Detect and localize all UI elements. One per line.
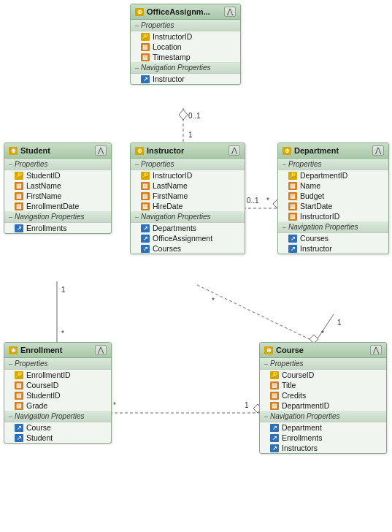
field-icon: ▤: [288, 192, 297, 200]
field-icon: ▤: [270, 402, 279, 410]
entity-course-collapse[interactable]: ⋀: [370, 345, 382, 355]
nav-icon: ↗: [141, 245, 150, 253]
entity-enrollment-icon: ⊕: [9, 346, 18, 354]
key-icon: 🔑: [270, 371, 279, 379]
svg-text:1: 1: [61, 286, 66, 294]
nav-icon: ↗: [141, 224, 150, 232]
nav-icon: ↗: [288, 235, 297, 243]
prop-row: ▤ Timestamp: [131, 52, 240, 62]
entity-officeassignment-collapse[interactable]: ⋀: [224, 7, 236, 17]
entity-course: ⊕ Course ⋀ – Properties 🔑 CourseID ▤ Tit…: [259, 342, 387, 454]
entity-officeassignment-title: OfficeAssignm...: [147, 7, 210, 16]
entity-officeassignment: ⊕ OfficeAssignm... ⋀ – Properties 🔑 Inst…: [130, 4, 241, 85]
svg-text:1: 1: [188, 131, 193, 139]
field-icon: ▤: [15, 192, 23, 200]
entity-course-nav-header: – Navigation Properties: [260, 411, 386, 422]
entity-enrollment-nav-header: – Navigation Properties: [4, 411, 111, 422]
field-icon: ▤: [15, 202, 23, 210]
entity-instructor-collapse[interactable]: ⋀: [228, 145, 240, 156]
entity-instructor: ⊕ Instructor ⋀ – Properties 🔑 Instructor…: [130, 142, 245, 254]
nav-row: ↗ Instructor: [278, 243, 388, 254]
nav-row: ↗ Enrollments: [4, 223, 111, 233]
entity-department: ⊕ Department ⋀ – Properties 🔑 Department…: [277, 142, 389, 254]
prop-row: ▤ FirstName: [4, 191, 111, 201]
entity-student-title: Student: [20, 146, 50, 155]
nav-icon: ↗: [270, 424, 279, 432]
entity-officeassignment-icon: ⊕: [135, 8, 144, 16]
entity-department-props-header: – Properties: [278, 159, 388, 170]
field-icon: ▤: [288, 213, 297, 221]
entity-course-icon: ⊕: [264, 346, 273, 354]
key-icon: 🔑: [141, 172, 150, 180]
entity-enrollment-props-header: – Properties: [4, 358, 111, 370]
nav-row: ↗ Instructors: [260, 443, 386, 453]
svg-text:1: 1: [337, 319, 342, 327]
prop-row: 🔑 DepartmentID: [278, 170, 388, 180]
svg-text:*: *: [266, 197, 269, 205]
entity-enrollment-header: ⊕ Enrollment ⋀: [4, 343, 111, 358]
nav-row: ↗ Departments: [131, 223, 245, 233]
prop-row: ▤ Grade: [4, 400, 111, 411]
prop-name: Timestamp: [153, 53, 191, 61]
entity-officeassignment-nav-header: – Navigation Properties: [131, 62, 240, 74]
field-icon: ▤: [15, 392, 23, 400]
entity-enrollment-collapse[interactable]: ⋀: [95, 345, 107, 355]
field-icon: ▤: [15, 381, 23, 390]
field-icon: ▤: [141, 182, 150, 190]
entity-student-collapse[interactable]: ⋀: [95, 145, 107, 156]
prop-row: ▤ Name: [278, 180, 388, 191]
entity-student-icon: ⊕: [9, 147, 18, 155]
field-icon: ▤: [141, 53, 150, 61]
prop-row: ▤ EnrollmentDate: [4, 201, 111, 211]
nav-row: ↗ Enrollments: [260, 433, 386, 443]
entity-instructor-props-header: – Properties: [131, 159, 245, 170]
entity-enrollment: ⊕ Enrollment ⋀ – Properties 🔑 Enrollment…: [4, 342, 112, 444]
entity-department-collapse[interactable]: ⋀: [372, 145, 384, 156]
svg-text:1: 1: [245, 401, 249, 409]
nav-row: ↗ Instructor: [131, 74, 240, 84]
field-icon: ▤: [141, 192, 150, 200]
field-icon: ▤: [288, 182, 297, 190]
key-icon: 🔑: [288, 172, 297, 180]
prop-row: 🔑 InstructorID: [131, 31, 240, 42]
entity-student-props-header: – Properties: [4, 159, 111, 170]
prop-row: ▤ Credits: [260, 390, 386, 400]
prop-row: ▤ HireDate: [131, 201, 245, 211]
prop-row: ▤ InstructorID: [278, 211, 388, 221]
prop-row: ▤ Title: [260, 380, 386, 390]
prop-row: 🔑 CourseID: [260, 370, 386, 380]
entity-officeassignment-props-header: – Properties: [131, 20, 240, 31]
entity-instructor-nav-header: – Navigation Properties: [131, 211, 245, 223]
entity-officeassignment-header: ⊕ OfficeAssignm... ⋀: [131, 4, 240, 20]
prop-row: ▤ StartDate: [278, 201, 388, 211]
svg-text:0..1: 0..1: [247, 197, 259, 205]
entity-instructor-header: ⊕ Instructor ⋀: [131, 143, 245, 159]
field-icon: ▤: [15, 402, 23, 410]
field-icon: ▤: [15, 182, 23, 190]
nav-row: ↗ Courses: [278, 233, 388, 243]
entity-enrollment-title: Enrollment: [20, 346, 62, 354]
entity-department-title: Department: [294, 146, 339, 155]
prop-row: ▤ LastName: [131, 180, 245, 191]
nav-row: ↗ Course: [4, 422, 111, 433]
nav-icon: ↗: [270, 434, 279, 442]
svg-line-18: [197, 285, 315, 342]
prop-name: InstructorID: [153, 32, 192, 41]
prop-row: ▤ StudentID: [4, 390, 111, 400]
key-icon: 🔑: [141, 33, 150, 41]
field-icon: ▤: [141, 202, 150, 210]
entity-instructor-title: Instructor: [147, 146, 184, 155]
prop-row: 🔑 InstructorID: [131, 170, 245, 180]
nav-row: ↗ OfficeAssignment: [131, 233, 245, 243]
diagram-canvas: 0..1 1 0..1 * 1 * 1 * * 1 *: [0, 0, 392, 532]
entity-student-header: ⊕ Student ⋀: [4, 143, 111, 159]
key-icon: 🔑: [15, 172, 23, 180]
key-icon: 🔑: [15, 371, 23, 379]
prop-row: ▤ CourseID: [4, 380, 111, 390]
prop-row: ▤ FirstName: [131, 191, 245, 201]
nav-icon: ↗: [141, 75, 150, 83]
entity-department-icon: ⊕: [283, 147, 291, 155]
nav-icon: ↗: [15, 424, 23, 432]
svg-marker-3: [179, 110, 188, 120]
nav-label: Navigation Properties: [141, 64, 211, 72]
